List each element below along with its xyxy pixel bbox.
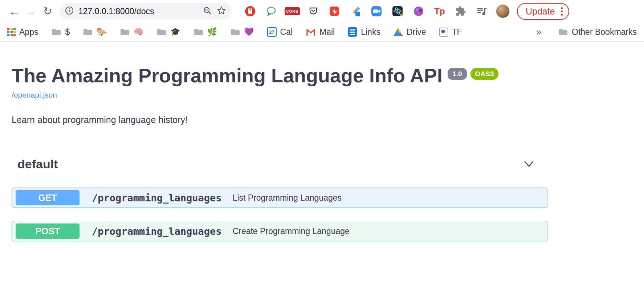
cors-extension-icon[interactable]: CORS [286,5,298,17]
extensions-row: CORS Tp [244,5,488,17]
other-bookmarks-label: Other Bookmarks [572,27,637,37]
apps-label: Apps [19,27,38,37]
api-title-row: The Amazing Programming Language Info AP… [12,65,547,86]
folder-icon [558,28,568,36]
folder-icon [156,28,167,36]
zoom-indicator-icon[interactable] [203,6,212,17]
forward-arrow-icon: → [25,5,37,17]
zoom-video-extension-icon[interactable] [370,5,383,17]
endpoint-row-get-programming-languages[interactable]: GET /programming_languages List Programm… [12,188,547,208]
tp-extension-icon[interactable]: Tp [433,5,446,17]
apps-grid-icon [7,28,16,36]
hand-blocker-extension-icon[interactable] [244,5,256,17]
links-icon [348,27,357,37]
chat-bubble-extension-icon[interactable] [265,5,277,17]
bookmarks-right-group: » Other Bookmarks [536,26,637,38]
bookmark-folder-dollar[interactable]: $ [51,27,70,37]
endpoint-summary: Create Programming Language [233,226,350,236]
page-info-icon[interactable] [65,6,74,17]
address-bar[interactable]: 127.0.0.1:8000/docs [60,3,232,19]
bookmark-folder-horse[interactable]: 🐎 [83,28,106,36]
mail-label: Mail [319,27,335,37]
section-title: default [17,157,58,171]
pocket-extension-icon[interactable] [307,5,319,17]
red-arrow-extension-icon[interactable] [328,5,341,17]
tf-site-icon [439,28,448,37]
reload-icon: ↻ [43,6,52,17]
cors-extension-label: CORS [285,7,300,15]
bookmark-drive[interactable]: Drive [394,27,426,37]
get-method-badge: GET [16,190,80,205]
url-text[interactable]: 127.0.0.1:8000/docs [78,7,154,16]
bookmark-mail[interactable]: Mail [306,27,335,37]
folder-icon [120,28,130,36]
api-badges: 1.0 OAS3 [448,68,498,80]
extensions-puzzle-icon[interactable] [455,5,467,17]
api-description: Learn about programming language history… [12,115,547,125]
bookmarks-overflow-chevron[interactable]: » [536,26,542,38]
collapse-chevron-icon[interactable] [523,160,535,169]
bookmark-tf[interactable]: TF [439,27,462,37]
apps-shortcut[interactable]: Apps [7,27,38,37]
folder-icon [193,28,204,36]
oas3-badge: OAS3 [470,68,499,80]
folder-label: 🐎 [97,28,106,36]
calendar-label: Cal [280,27,293,37]
folder-label: 🧠 [134,28,143,36]
endpoint-row-post-programming-languages[interactable]: POST /programming_languages Create Progr… [12,221,547,241]
reload-button[interactable]: ↻ [39,3,56,20]
forward-button[interactable]: → [23,3,39,20]
gmail-icon [306,28,316,36]
browser-menu-kebab-icon[interactable] [561,7,563,16]
purple-flower-extension-icon[interactable] [412,5,425,17]
endpoint-path: /programming_languages [92,192,222,204]
other-bookmarks-folder[interactable]: Other Bookmarks [558,27,637,37]
tp-extension-label: Tp [434,6,445,16]
links-label: Links [361,27,380,37]
react-devtools-atom-icon[interactable] [391,5,404,17]
post-method-badge: POST [16,223,80,239]
swagger-page: The Amazing Programming Language Info AP… [0,42,559,241]
folder-label: 🎓 [170,28,180,36]
folder-label: $ [65,27,70,37]
folder-label: 💜 [244,28,254,36]
bookmark-star-icon[interactable] [216,5,227,17]
profile-avatar[interactable] [496,4,510,18]
drive-icon [394,28,403,36]
folder-icon [83,28,93,36]
endpoint-summary: List Programming Languages [233,193,342,203]
calendar-day: 27 [269,29,274,35]
openapi-spec-link[interactable]: /openapi.json [12,91,57,99]
bookmark-calendar[interactable]: 27 Cal [267,27,293,37]
bookmark-folder-brain[interactable]: 🧠 [120,28,143,36]
version-badge: 1.0 [448,68,466,80]
chrome-update-button[interactable]: Update [517,3,569,20]
back-arrow-icon: ← [8,5,20,17]
update-label: Update [526,6,555,17]
endpoint-path: /programming_languages [92,226,222,237]
bookmark-folder-heart[interactable]: 💜 [230,28,254,36]
bookmark-folder-herb[interactable]: 🌿 [193,28,217,36]
color-picker-extension-icon[interactable] [349,5,362,17]
page-title: The Amazing Programming Language Info AP… [12,65,443,86]
folder-icon [230,28,240,36]
folder-label: 🌿 [207,28,217,36]
bookmarks-bar: Apps $ 🐎 🧠 🎓 🌿 💜 27 Cal Mail Links Drive [0,22,644,42]
bookmark-links[interactable]: Links [348,27,380,37]
folder-icon [51,28,61,36]
bookmark-folder-grad[interactable]: 🎓 [156,28,180,36]
back-button[interactable]: ← [6,3,23,20]
drive-label: Drive [407,27,426,37]
calendar-icon: 27 [267,27,277,37]
tf-label: TF [452,27,462,37]
browser-toolbar: ← → ↻ 127.0.0.1:8000/docs CORS [0,0,644,22]
bookmarks-divider [550,26,550,37]
media-queue-extension-icon[interactable] [476,5,488,17]
default-section-header[interactable]: default [12,157,547,178]
default-tag-section: default GET /programming_languages List … [12,157,547,241]
